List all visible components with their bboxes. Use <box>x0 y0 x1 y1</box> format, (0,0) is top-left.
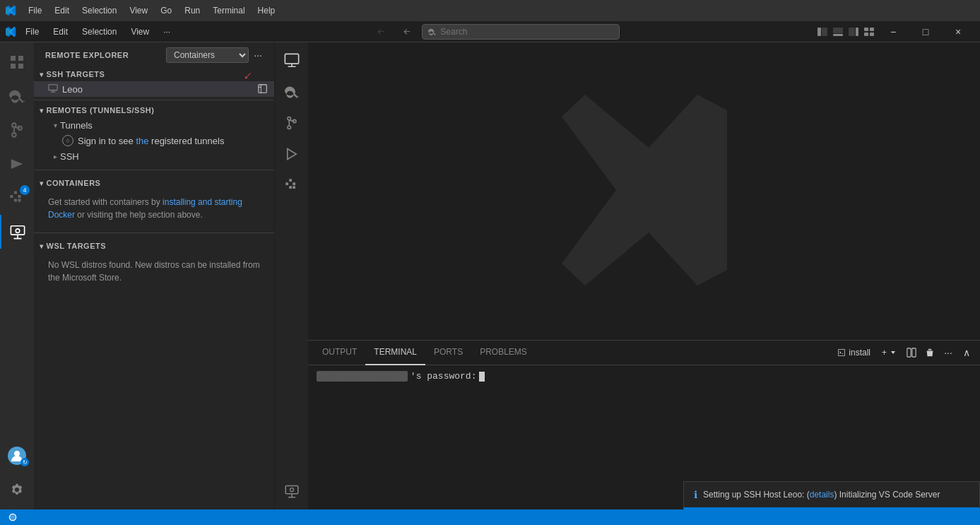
layout-sidebar-icon[interactable] <box>815 24 830 40</box>
menu2-view[interactable]: View <box>125 25 155 38</box>
svg-rect-3 <box>833 34 843 36</box>
panel-more-button[interactable]: ··· <box>940 345 956 360</box>
tunnels-item[interactable]: ▾ Tunnels <box>34 117 274 133</box>
avatar-button[interactable]: ↻ <box>0 439 34 473</box>
remote-status-item[interactable] <box>6 509 20 525</box>
notification-text: Setting up SSH Host Leoo: (details) Init… <box>703 490 969 500</box>
containers-header[interactable]: ▾ CONTAINERS <box>34 176 274 190</box>
sidebar-header: REMOTE EXPLORER ContainersSSH TargetsWSL… <box>34 42 274 67</box>
svg-point-17 <box>14 451 20 456</box>
search-icon-bar <box>428 28 436 36</box>
wsl-text: No WSL distros found. New distros can be… <box>48 259 266 284</box>
activity-remote-explorer[interactable] <box>0 215 34 249</box>
main-layout: 4 ↻ REMOTE <box>0 42 980 509</box>
containers-dropdown[interactable]: ContainersSSH TargetsWSL TargetsDev Cont… <box>166 47 249 63</box>
menu2-edit[interactable]: Edit <box>47 25 73 38</box>
svg-rect-28 <box>907 348 911 357</box>
menu-run[interactable]: Run <box>179 4 206 17</box>
open-window-button[interactable] <box>256 82 270 96</box>
ssh-label: SSH <box>60 151 79 162</box>
terminal-blurred-username: ████████████████ <box>317 371 408 382</box>
sidebar-header-right: ContainersSSH TargetsWSL TargetsDev Cont… <box>166 47 266 63</box>
remote-source-control-icon[interactable] <box>276 107 307 138</box>
tunnels-chevron: ▾ <box>54 122 57 129</box>
layout-grid-icon[interactable] <box>861 24 877 40</box>
sidebar-content: ▾ SSH TARGETS Leoo <box>34 67 274 509</box>
delete-terminal-button[interactable] <box>922 345 938 360</box>
activity-search[interactable] <box>0 79 34 113</box>
menu-view[interactable]: View <box>124 4 153 17</box>
minimize-button[interactable]: − <box>877 24 909 40</box>
notification-bar: ℹ Setting up SSH Host Leoo: (details) In… <box>683 481 980 509</box>
remote-explorer-side-icon[interactable] <box>276 45 307 76</box>
svg-rect-15 <box>11 226 24 235</box>
search-input[interactable] <box>440 27 613 37</box>
menu2-file[interactable]: File <box>20 25 45 38</box>
remote-run-icon[interactable] <box>276 138 307 170</box>
svg-rect-6 <box>864 28 868 31</box>
editor-area: OUTPUT TERMINAL PORTS PROBLEMS install + <box>308 42 980 509</box>
remote-machine-icon[interactable] <box>276 476 307 507</box>
menu-edit[interactable]: Edit <box>49 4 75 17</box>
maximize-button[interactable]: □ <box>909 24 942 40</box>
add-terminal-button[interactable]: + <box>878 345 901 360</box>
close-button[interactable]: × <box>942 24 974 40</box>
search-bar[interactable] <box>422 24 620 40</box>
containers-chevron: ▾ <box>40 179 44 187</box>
tab-problems[interactable]: PROBLEMS <box>471 341 536 365</box>
panel-tabs: OUTPUT TERMINAL PORTS PROBLEMS install + <box>308 341 980 365</box>
settings-gear-button[interactable] <box>0 473 34 507</box>
remotes-tunnels-header[interactable]: ▾ REMOTES (TUNNELS/SSH) <box>34 103 274 117</box>
sign-in-item[interactable]: ○ Sign in to see the registered tunnels <box>34 133 274 148</box>
sync-badge: ↻ <box>20 458 29 466</box>
svg-line-14 <box>14 127 20 128</box>
activity-run[interactable] <box>0 147 34 181</box>
layout-right-icon[interactable] <box>846 24 861 40</box>
trash-icon <box>925 348 935 358</box>
ssh-targets-header[interactable]: ▾ SSH TARGETS <box>34 67 274 81</box>
layout-panel-icon[interactable] <box>830 24 846 40</box>
leoo-icon <box>48 83 58 95</box>
tab-ports[interactable]: PORTS <box>425 341 471 365</box>
activity-explorer[interactable] <box>0 45 34 79</box>
remotes-label: REMOTES (TUNNELS/SSH) <box>47 106 155 114</box>
svg-rect-19 <box>259 85 266 93</box>
notification-info-icon: ℹ <box>694 489 697 500</box>
notification-details-link[interactable]: details <box>810 490 834 500</box>
activity-bar: 4 ↻ <box>0 42 34 509</box>
panel-maximize-button[interactable]: ∧ <box>959 345 974 360</box>
nav-back-button[interactable] <box>371 24 391 40</box>
ssh-chevron: ▸ <box>54 153 57 160</box>
menu2-more[interactable]: ··· <box>158 25 176 38</box>
extensions-badge: 4 <box>20 185 30 195</box>
vscode-logo-right <box>6 26 17 37</box>
svg-point-10 <box>12 123 16 127</box>
activity-extensions[interactable]: 4 <box>0 181 34 215</box>
terminal-prompt: ████████████████ 's password: <box>317 371 972 382</box>
menu-help[interactable]: Help <box>252 4 281 17</box>
remote-search-icon[interactable] <box>276 76 307 107</box>
tab-terminal[interactable]: TERMINAL <box>365 341 425 365</box>
menu-selection[interactable]: Selection <box>76 4 122 17</box>
menu-file[interactable]: File <box>23 4 47 17</box>
menu-terminal[interactable]: Terminal <box>207 4 250 17</box>
remote-sidebar <box>274 42 308 509</box>
activity-source-control[interactable] <box>0 113 34 147</box>
svg-point-27 <box>290 488 293 492</box>
title-bar-menu: File Edit Selection View Go Run Terminal… <box>23 4 281 17</box>
tab-output[interactable]: OUTPUT <box>314 341 365 365</box>
wsl-targets-header[interactable]: ▾ WSL TARGETS <box>34 239 274 253</box>
menu2-selection[interactable]: Selection <box>76 25 122 38</box>
menu-go[interactable]: Go <box>155 4 177 17</box>
svg-rect-18 <box>49 84 57 90</box>
leoo-item[interactable]: Leoo → <box>34 81 274 97</box>
leoo-actions <box>256 82 270 96</box>
terminal-cursor <box>479 372 485 382</box>
split-terminal-button[interactable] <box>904 345 919 360</box>
nav-forward-button[interactable] <box>396 24 416 40</box>
ssh-item[interactable]: ▸ SSH <box>34 148 274 164</box>
sidebar-more-button[interactable]: ··· <box>250 47 266 63</box>
remote-extensions-icon[interactable] <box>276 170 307 201</box>
install-button[interactable]: install <box>833 345 875 360</box>
svg-point-16 <box>16 229 20 233</box>
